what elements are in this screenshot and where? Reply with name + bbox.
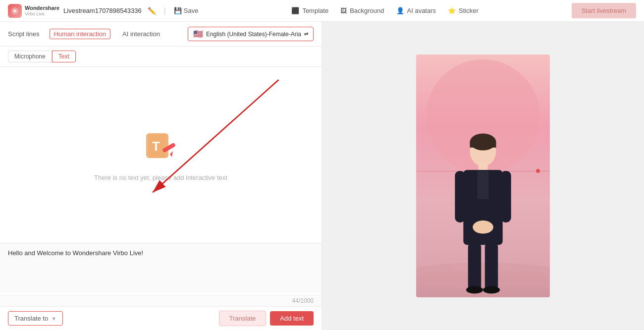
char-count: 44/1000 <box>0 295 322 306</box>
svg-point-21 <box>483 286 500 293</box>
nav-ai-avatars[interactable]: 👤 AI avatars <box>396 7 436 14</box>
nav-sticker-label: Sticker <box>459 7 479 14</box>
svg-rect-18 <box>468 243 481 289</box>
add-text-button[interactable]: Add text <box>270 311 314 326</box>
left-panel: Script lines Human interaction AI intera… <box>0 22 322 330</box>
nav-background-label: Background <box>350 7 384 14</box>
svg-marker-6 <box>170 151 173 157</box>
edit-icon[interactable]: ✏️ <box>148 7 156 15</box>
svg-text:T: T <box>152 139 160 154</box>
header: Wondershare Virbo Live Livestream1707898… <box>0 0 644 22</box>
svg-rect-15 <box>455 171 465 222</box>
bottom-bar: Translate to ▼ Translate Add text <box>0 306 322 330</box>
nav-sticker[interactable]: ⭐ Sticker <box>448 7 479 14</box>
header-nav: ⬛ Template 🖼 Background 👤 AI avatars ⭐ S… <box>291 7 478 14</box>
language-selector[interactable]: 🇺🇸 English (United States)-Female-Aria ⇄ <box>188 27 314 41</box>
logo-name: Wondershare <box>25 5 59 11</box>
tab-human-interaction[interactable]: Human interaction <box>50 29 111 39</box>
svg-rect-12 <box>479 165 488 171</box>
nav-template-label: Template <box>302 7 328 14</box>
microphone-button[interactable]: Microphone <box>8 51 52 62</box>
translate-to-label: Translate to <box>14 315 48 322</box>
virbo-logo-symbol <box>10 6 19 15</box>
avatar-person <box>433 119 533 297</box>
text-input-area: 44/1000 <box>0 243 322 306</box>
empty-state-icon: T <box>141 128 181 168</box>
svg-point-17 <box>473 220 493 233</box>
logo-text-block: Wondershare Virbo Live <box>25 5 59 16</box>
translate-to-select[interactable]: Translate to ▼ <box>8 311 63 326</box>
logo: Wondershare Virbo Live <box>8 4 59 18</box>
header-left: Wondershare Virbo Live Livestream1707898… <box>8 4 198 18</box>
avatar-stage <box>416 55 550 297</box>
logo-icon <box>8 4 22 18</box>
text-input-field[interactable] <box>0 243 322 293</box>
save-icon: 💾 <box>174 7 182 14</box>
translate-select-chevron: ▼ <box>51 316 56 322</box>
stage-red-dot <box>536 169 540 173</box>
svg-rect-14 <box>478 171 489 199</box>
translate-button[interactable]: Translate <box>219 311 267 326</box>
svg-point-20 <box>466 286 483 293</box>
script-lines-label: Script lines <box>8 30 40 38</box>
svg-rect-11 <box>470 142 496 147</box>
logo-sub: Virbo Live <box>25 11 59 16</box>
svg-rect-19 <box>485 243 498 289</box>
save-button[interactable]: 💾 Save <box>174 7 199 14</box>
nav-ai-avatars-label: AI avatars <box>407 7 436 14</box>
tabs-row: Script lines Human interaction AI intera… <box>0 22 322 47</box>
nav-template[interactable]: ⬛ Template <box>291 7 328 14</box>
template-icon: ⬛ <box>291 7 299 14</box>
empty-state: T There is no text yet, please add inter… <box>0 67 322 243</box>
flag-icon: 🇺🇸 <box>193 29 203 39</box>
person-svg <box>443 129 523 297</box>
nav-background[interactable]: 🖼 Background <box>340 7 384 14</box>
content-area: T There is no text yet, please add inter… <box>0 67 322 306</box>
right-panel <box>322 22 644 330</box>
stream-title: Livestream1707898543336 <box>63 7 142 14</box>
save-label: Save <box>184 7 199 14</box>
language-label: English (United States)-Female-Aria <box>206 31 301 38</box>
text-button[interactable]: Text <box>52 51 76 62</box>
sticker-icon: ⭐ <box>448 7 456 14</box>
main-layout: Script lines Human interaction AI intera… <box>0 22 644 330</box>
svg-rect-16 <box>501 171 511 222</box>
background-icon: 🖼 <box>340 7 347 14</box>
tab-ai-interaction[interactable]: AI interaction <box>120 29 162 39</box>
language-selector-icon: ⇄ <box>304 31 308 37</box>
ai-avatars-icon: 👤 <box>396 7 404 14</box>
start-livestream-button[interactable]: Start livestream <box>572 3 636 18</box>
input-type-row: Microphone Text <box>0 47 322 67</box>
empty-state-text: There is no text yet, please add interac… <box>94 174 227 181</box>
